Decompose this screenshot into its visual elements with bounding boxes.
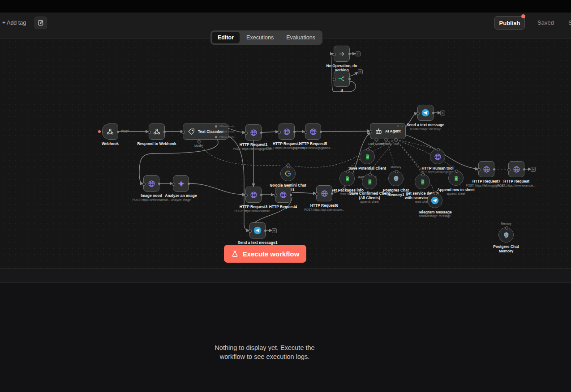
node-send-a-text-message1[interactable] bbox=[249, 222, 266, 239]
output-label: If Base body… bbox=[219, 130, 236, 133]
node-send-a-text-message[interactable] bbox=[417, 105, 434, 121]
node-postgres-chat-memory[interactable] bbox=[498, 227, 514, 243]
tab-evaluations[interactable]: Evaluations bbox=[280, 32, 321, 43]
postgres-icon bbox=[502, 231, 510, 239]
http-icon bbox=[249, 191, 258, 199]
sheets-icon bbox=[419, 179, 426, 185]
node-if[interactable] bbox=[334, 71, 350, 87]
model-port[interactable] bbox=[197, 139, 201, 144]
node-label-postgres-chat-memory: Postgres Chat Memory bbox=[485, 244, 527, 253]
node-top-label: Memory bbox=[382, 166, 409, 169]
gemini-icon bbox=[177, 179, 185, 188]
node-subtitle: sendMessage: message bbox=[406, 214, 464, 217]
node-no-operation-do-nothing[interactable] bbox=[334, 46, 350, 62]
sheets-icon bbox=[344, 175, 351, 182]
edit-tags-button[interactable] bbox=[34, 17, 47, 29]
node-label-http-human-tool: HTTP Human tool bbox=[417, 166, 458, 170]
view-tabs: Editor Executions Evaluations bbox=[210, 30, 322, 45]
add-tag-button[interactable]: + Add tag bbox=[2, 20, 26, 26]
node-subtitle: sendMessage: message bbox=[396, 128, 455, 131]
postgres-icon bbox=[392, 175, 400, 183]
http-icon bbox=[279, 191, 288, 199]
node-image-nood[interactable] bbox=[143, 175, 159, 192]
telegram-icon bbox=[253, 226, 262, 235]
node-http-request1[interactable] bbox=[245, 124, 262, 141]
node-label-http-request: HTTP Request bbox=[496, 179, 537, 183]
execute-workflow-label: Execute workflow bbox=[243, 250, 300, 258]
edit-note-icon bbox=[37, 19, 44, 26]
node-label-webhook: Webhook bbox=[90, 141, 131, 146]
node-label-analyze-an-image: Analyze an image bbox=[160, 193, 202, 198]
sheets-icon bbox=[366, 179, 373, 185]
node-save-potential-client[interactable] bbox=[360, 149, 375, 164]
tags-icon bbox=[188, 128, 195, 136]
add-node-plus-button[interactable]: + bbox=[440, 111, 445, 115]
share-button-clipped[interactable]: S bbox=[568, 19, 571, 26]
webhook-icon bbox=[106, 128, 114, 136]
required-asterisk: * bbox=[202, 144, 204, 147]
http-icon bbox=[283, 128, 291, 136]
tab-editor[interactable]: Editor bbox=[212, 32, 240, 43]
node-http-request3[interactable] bbox=[245, 187, 262, 203]
node-telegram-message[interactable] bbox=[427, 193, 442, 208]
node-http-request4[interactable] bbox=[275, 187, 291, 203]
node-subtitle: POST: https://api.openai.com... bbox=[295, 208, 353, 211]
node-label-send-a-text-message1: Send a text message1 bbox=[237, 240, 278, 245]
window-top-strip bbox=[0, 0, 571, 13]
node-http-request2[interactable] bbox=[279, 124, 295, 140]
http-icon bbox=[309, 128, 318, 136]
workflow-canvas[interactable]: No Operation, do nothingIfWebhookPOSTRes… bbox=[0, 38, 571, 268]
node-respond-to-webhook[interactable] bbox=[149, 124, 165, 140]
node-get-packages-info[interactable] bbox=[339, 171, 355, 186]
saved-status: Saved bbox=[537, 19, 554, 26]
node-postgres-chat-memory1[interactable] bbox=[388, 171, 404, 186]
flask-icon bbox=[231, 250, 239, 258]
node-label-append-row-in-sheet: Append row in sheet bbox=[435, 187, 477, 192]
node-label-telegram-message: Telegram Message bbox=[414, 210, 455, 214]
node-append-row-in-sheet[interactable] bbox=[448, 170, 464, 186]
http-icon bbox=[434, 153, 442, 161]
http-icon bbox=[512, 165, 521, 174]
add-node-plus-button[interactable]: + bbox=[358, 69, 363, 74]
telegram-icon bbox=[421, 108, 430, 117]
node-http-request5[interactable] bbox=[305, 124, 321, 140]
node-corner-icons: ✳ → bbox=[397, 124, 404, 128]
node-ai-agent[interactable]: AI Agent✳ → bbox=[370, 123, 406, 139]
node-subtitle: read: sheet bbox=[393, 200, 451, 203]
sheets-icon bbox=[364, 153, 371, 160]
webhook-marker bbox=[98, 130, 101, 133]
node-analyze-an-image[interactable] bbox=[173, 175, 189, 192]
output-port[interactable] bbox=[215, 131, 217, 133]
output-port[interactable] bbox=[215, 136, 217, 138]
log-panel: Nothing to display yet. Execute the work… bbox=[0, 283, 571, 392]
node-label-send-a-text-message: Send a text message bbox=[405, 123, 446, 127]
node-http-request6[interactable] bbox=[316, 185, 332, 201]
log-panel-header[interactable] bbox=[0, 268, 571, 283]
node-get-service-details-with-searvice-name[interactable] bbox=[415, 174, 430, 189]
output-port[interactable] bbox=[215, 125, 217, 128]
tab-executions[interactable]: Executions bbox=[240, 32, 279, 43]
sheets-icon bbox=[453, 175, 459, 182]
node-webhook[interactable] bbox=[102, 124, 118, 140]
output-label: If Base body… bbox=[219, 125, 236, 128]
noop-icon bbox=[338, 50, 346, 58]
http-icon bbox=[482, 165, 491, 174]
add-node-plus-button[interactable]: + bbox=[272, 228, 277, 233]
execute-workflow-button[interactable]: Execute workflow bbox=[224, 245, 306, 263]
node-google-gemini-chat-model1[interactable] bbox=[280, 166, 296, 181]
node-http-request[interactable] bbox=[508, 161, 524, 177]
publish-button[interactable]: Publish bbox=[494, 16, 525, 30]
output-label: If Base body… bbox=[219, 136, 236, 138]
model-port-label: Model* bbox=[185, 144, 213, 147]
node-subtitle: analyze: image bbox=[152, 198, 210, 201]
http-icon bbox=[147, 179, 156, 188]
node-label-http-request6: HTTP Request6 bbox=[304, 203, 345, 208]
tool-port-label: Tool bbox=[382, 142, 410, 145]
node-subtitle: append: sheet bbox=[340, 200, 399, 203]
node-subtitle: GET: https://felixvogt/girlslab... bbox=[284, 146, 342, 149]
node-http-request7[interactable] bbox=[478, 161, 494, 177]
node-http-human-tool[interactable] bbox=[430, 149, 445, 164]
node-save-confirmed-client-all-clients[interactable] bbox=[362, 174, 377, 189]
add-node-plus-button[interactable]: + bbox=[531, 167, 536, 172]
add-node-plus-button[interactable]: + bbox=[356, 51, 361, 56]
